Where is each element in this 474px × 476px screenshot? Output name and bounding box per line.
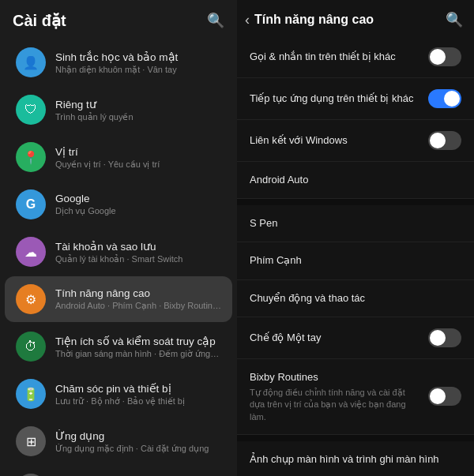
left-item-icon-ung-dung: ⊞ <box>16 426 46 456</box>
right-item-title-android-auto: Android Auto <box>250 173 453 187</box>
toggle-lien-ket-windows[interactable] <box>428 131 461 150</box>
left-item-title-ung-dung: Ứng dụng <box>55 429 221 442</box>
left-item-bao-mat[interactable]: 👤Sinh trắc học và bảo mậtNhận diện khuôn… <box>5 39 232 85</box>
right-header: ‹ Tính năng nâng cao 🔍 <box>237 0 474 36</box>
left-item-subtitle-ung-dung: Ứng dụng mặc định · Cài đặt ứng dụng <box>55 444 221 454</box>
right-item-subtitle-bixby-routines: Tự động điều chỉnh tính năng và cài đặt … <box>250 387 420 423</box>
left-settings-list: 👤Sinh trắc học và bảo mậtNhận diện khuôn… <box>0 38 237 476</box>
right-item-title-chuyen-dong: Chuyển động và thao tác <box>250 291 453 305</box>
back-icon[interactable]: ‹ <box>245 12 250 28</box>
left-item-tien-ich[interactable]: ⏱Tiện ích số và kiểm soát truy cậpThời g… <box>5 324 232 369</box>
toggle-knob-che-do-mot-tay <box>430 330 446 346</box>
left-item-title-tinh-nang-nang-cao: Tính năng nâng cao <box>55 287 221 299</box>
right-item-s-pen[interactable]: S Pen <box>237 205 474 242</box>
toggle-goi-nhan-tin[interactable] <box>428 47 461 66</box>
right-item-chuyen-dong[interactable]: Chuyển động và thao tác <box>237 280 474 317</box>
left-item-icon-tai-khoan: ☁ <box>16 237 46 267</box>
right-item-title-goi-nhan-tin: Gọi & nhắn tin trên thiết bị khác <box>250 50 420 64</box>
right-search-icon[interactable]: 🔍 <box>446 11 463 28</box>
left-item-ung-dung[interactable]: ⊞Ứng dụngỨng dụng mặc định · Cài đặt ứng… <box>5 418 232 464</box>
left-item-icon-vi-tri: 📍 <box>16 142 46 172</box>
left-item-title-google: Google <box>55 193 221 204</box>
left-item-subtitle-tinh-nang-nang-cao: Android Auto · Phím Cạnh · Bixby Routine… <box>55 301 221 311</box>
toggle-knob-bixby-routines <box>430 388 446 404</box>
right-item-anh-chup[interactable]: Ảnh chụp màn hình và trình ghi màn hình <box>237 441 474 476</box>
toggle-bixby-routines[interactable] <box>428 387 461 406</box>
left-item-title-bao-mat: Sinh trắc học và bảo mật <box>55 51 221 63</box>
left-item-icon-google: G <box>16 189 46 219</box>
right-item-phim-canh[interactable]: Phím Cạnh <box>237 242 474 279</box>
left-header: Cài đặt 🔍 <box>0 0 237 38</box>
right-item-title-che-do-mot-tay: Chế độ Một tay <box>250 331 420 345</box>
right-item-android-auto[interactable]: Android Auto <box>237 162 474 199</box>
left-item-title-vi-tri: Vị trí <box>55 145 221 158</box>
left-item-subtitle-cham-soc: Lưu trữ · Bộ nhớ · Bảo vệ thiết bị <box>55 396 221 407</box>
left-item-subtitle-tien-ich: Thời gian sáng màn hình · Đếm giờ ứng dụ… <box>55 349 221 359</box>
left-item-subtitle-google: Dịch vụ Google <box>55 206 221 216</box>
right-item-title-bixby-routines: Bixby Routines <box>250 370 420 384</box>
left-item-title-cham-soc: Chăm sóc pin và thiết bị <box>55 382 221 395</box>
left-item-icon-rieng-tu: 🛡 <box>16 95 46 125</box>
left-item-title-rieng-tu: Riêng tư <box>55 98 221 111</box>
left-item-subtitle-bao-mat: Nhận diện khuôn mặt · Vân tay <box>55 65 221 75</box>
right-item-bixby-routines[interactable]: Bixby RoutinesTự động điều chỉnh tính nă… <box>237 359 474 435</box>
left-item-vi-tri[interactable]: 📍Vị tríQuyền vị trí · Yêu cầu vị trí <box>5 134 232 180</box>
left-item-tinh-nang-nang-cao[interactable]: ⚙Tính năng nâng caoAndroid Auto · Phím C… <box>5 276 232 322</box>
left-item-quan-ly-chung[interactable]: ☰Quản lý chungNgôn ngữ và bàn phím · Thờ… <box>5 466 232 476</box>
left-item-tai-khoan[interactable]: ☁Tài khoản và sao lưuQuản lý tài khoản ·… <box>5 229 232 275</box>
right-item-title-phim-canh: Phím Cạnh <box>250 253 453 268</box>
right-panel-title: Tính năng nâng cao <box>254 13 374 27</box>
right-settings-list: Gọi & nhắn tin trên thiết bị khácTiếp tụ… <box>237 36 474 476</box>
toggle-knob-goi-nhan-tin <box>430 49 446 65</box>
left-item-subtitle-rieng-tu: Trình quản lý quyền <box>55 112 221 122</box>
left-panel: Cài đặt 🔍 👤Sinh trắc học và bảo mậtNhận … <box>0 0 237 476</box>
left-item-icon-bao-mat: 👤 <box>16 47 46 77</box>
toggle-tiep-tuc-ung-dung[interactable] <box>428 89 461 108</box>
right-item-title-tiep-tuc-ung-dung: Tiếp tục ứng dụng trên thiết bị khác <box>250 92 420 106</box>
right-item-title-s-pen: S Pen <box>250 216 453 231</box>
section-divider <box>237 435 474 441</box>
right-item-lien-ket-windows[interactable]: Liên kết với Windows <box>237 120 474 162</box>
right-item-title-anh-chup: Ảnh chụp màn hình và trình ghi màn hình <box>250 452 453 467</box>
left-item-icon-tien-ich: ⏱ <box>16 332 46 362</box>
toggle-knob-lien-ket-windows <box>430 133 446 148</box>
right-panel: ‹ Tính năng nâng cao 🔍 Gọi & nhắn tin tr… <box>237 0 474 476</box>
left-item-subtitle-tai-khoan: Quản lý tài khoản · Smart Switch <box>55 254 221 264</box>
section-divider <box>237 199 474 205</box>
left-item-title-tien-ich: Tiện ích số và kiểm soát truy cập <box>55 335 221 347</box>
right-item-che-do-mot-tay[interactable]: Chế độ Một tay <box>237 317 474 359</box>
right-item-goi-nhan-tin[interactable]: Gọi & nhắn tin trên thiết bị khác <box>237 36 474 78</box>
right-item-title-lien-ket-windows: Liên kết với Windows <box>250 133 420 148</box>
toggle-che-do-mot-tay[interactable] <box>428 328 461 347</box>
right-item-tiep-tuc-ung-dung[interactable]: Tiếp tục ứng dụng trên thiết bị khác <box>237 78 474 120</box>
left-item-icon-tinh-nang-nang-cao: ⚙ <box>16 284 46 314</box>
left-search-icon[interactable]: 🔍 <box>207 12 224 29</box>
toggle-knob-tiep-tuc-ung-dung <box>444 91 460 107</box>
left-item-icon-cham-soc: 🔋 <box>16 379 46 409</box>
left-item-cham-soc[interactable]: 🔋Chăm sóc pin và thiết bịLưu trữ · Bộ nh… <box>5 371 232 417</box>
left-item-subtitle-vi-tri: Quyền vị trí · Yêu cầu vị trí <box>55 159 221 170</box>
left-item-google[interactable]: GGoogleDịch vụ Google <box>5 182 232 227</box>
left-item-rieng-tu[interactable]: 🛡Riêng tưTrình quản lý quyền <box>5 87 232 133</box>
left-panel-title: Cài đặt <box>13 11 66 30</box>
left-item-title-tai-khoan: Tài khoản và sao lưu <box>55 240 221 253</box>
